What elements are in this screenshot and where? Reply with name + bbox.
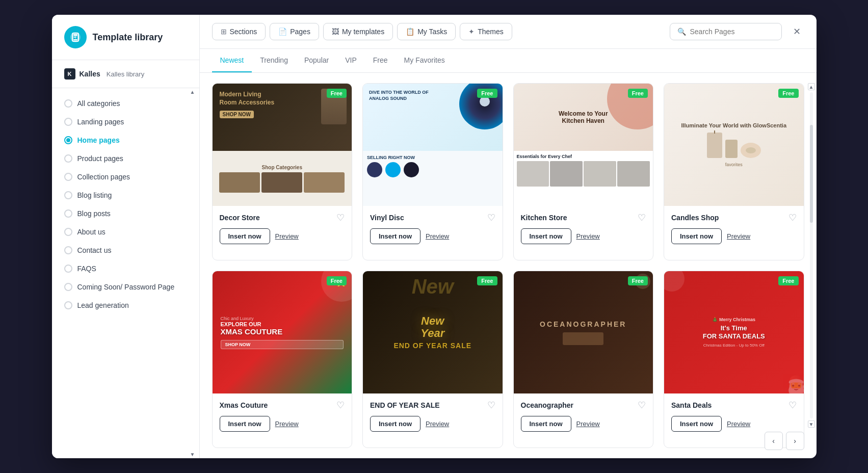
category-label-collection: Collection pages [77, 173, 130, 181]
card-preview-xmas-couture: Chic and Luxury EXPLORE OUR XMAS COUTURE… [213, 271, 352, 393]
preview-btn-vinyl-disc[interactable]: Preview [426, 232, 449, 240]
favorite-btn-santa-deals[interactable]: ♡ [788, 400, 797, 411]
category-label-landing: Landing pages [77, 118, 124, 126]
free-badge-xmas-couture: Free [327, 276, 347, 285]
next-page-button[interactable]: › [786, 432, 804, 450]
prev-page-button[interactable]: ‹ [765, 432, 783, 450]
card-info-kitchen-store: Kitchen Store ♡ Insert now Preview [514, 206, 653, 260]
preview-btn-santa-deals[interactable]: Preview [727, 420, 750, 428]
search-icon: 🔍 [677, 28, 686, 36]
preview-btn-candles-shop[interactable]: Preview [727, 232, 750, 240]
card-preview-candles-shop: Illuminate Your World with GlowScentia f… [664, 84, 804, 206]
library-header: K Kalles Kalles library [52, 60, 199, 88]
free-badge-vinyl-disc: Free [477, 89, 497, 98]
favorite-btn-xmas-couture[interactable]: ♡ [336, 400, 345, 411]
card-title-end-of-year-sale: END OF YEAR SALE [370, 401, 440, 409]
scroll-thumb [810, 125, 813, 223]
card-preview-end-of-year-sale: New NewYear END OF YEAR SALE Free [363, 271, 503, 393]
nav-label-themes: Themes [478, 28, 504, 36]
tab-trending[interactable]: Trending [252, 49, 296, 72]
favorite-btn-decor-store[interactable]: ♡ [336, 212, 345, 223]
header: ⊞Sections📄Pages🖼My templates📋My Tasks✦Th… [200, 15, 817, 49]
scroll-up-indicator: ▲ [190, 89, 195, 95]
sidebar-item-blog-posts[interactable]: Blog posts [52, 204, 199, 223]
modal-container: Template library K Kalles Kalles library… [52, 15, 817, 458]
radio-dot-about [64, 228, 72, 236]
search-input[interactable] [690, 28, 772, 36]
category-list: ▲ All categories Landing pages Home page… [52, 88, 199, 458]
free-badge-candles-shop: Free [778, 89, 798, 98]
insert-btn-xmas-couture[interactable]: Insert now [220, 416, 270, 432]
tab-popular[interactable]: Popular [296, 49, 337, 72]
card-preview-kitchen-store: Welcome to YourKitchen Haven Essentials … [514, 84, 653, 206]
card-preview-santa-deals: 🎄 Merry Christmas It's TimeFOR SANTA DEA… [664, 271, 804, 393]
app-title: Template library [93, 32, 163, 43]
card-preview-vinyl-disc: DIVE INTO THE WORLD OF ANALOG SOUND SELL… [363, 84, 503, 206]
sidebar-item-contact[interactable]: Contact us [52, 241, 199, 259]
sidebar-item-lead[interactable]: Lead generation [52, 296, 199, 314]
favorite-btn-oceanographer[interactable]: ♡ [638, 400, 646, 411]
sidebar-item-collection[interactable]: Collection pages [52, 168, 199, 186]
preview-btn-kitchen-store[interactable]: Preview [576, 232, 600, 240]
nav-btn-my-tasks[interactable]: 📋My Tasks [397, 23, 456, 40]
insert-btn-oceanographer[interactable]: Insert now [521, 416, 571, 432]
free-badge-end-of-year-sale: Free [477, 276, 497, 285]
nav-btn-themes[interactable]: ✦Themes [460, 23, 512, 40]
card-info-vinyl-disc: Vinyl Disc ♡ Insert now Preview [363, 206, 503, 260]
sidebar-item-home[interactable]: Home pages [52, 131, 199, 149]
tab-my-favorites[interactable]: My Favorites [396, 49, 453, 72]
insert-btn-candles-shop[interactable]: Insert now [671, 228, 722, 244]
close-button[interactable]: ✕ [790, 24, 804, 39]
preview-btn-end-of-year-sale[interactable]: Preview [426, 420, 449, 428]
preview-btn-decor-store[interactable]: Preview [275, 232, 299, 240]
nav-btn-my-templates[interactable]: 🖼My templates [323, 23, 393, 40]
insert-btn-santa-deals[interactable]: Insert now [671, 416, 722, 432]
tab-vip[interactable]: VIP [337, 49, 365, 72]
category-label-about: About us [77, 228, 106, 236]
insert-btn-end-of-year-sale[interactable]: Insert now [370, 416, 420, 432]
nav-btn-sections[interactable]: ⊞Sections [212, 23, 266, 40]
category-label-coming-soon: Coming Soon/ Password Page [77, 283, 175, 291]
sidebar-item-faqs[interactable]: FAQS [52, 259, 199, 278]
insert-btn-kitchen-store[interactable]: Insert now [521, 228, 571, 244]
template-card-end-of-year-sale: New NewYear END OF YEAR SALE Free END OF… [362, 271, 503, 448]
template-card-santa-deals: 🎄 Merry Christmas It's TimeFOR SANTA DEA… [664, 271, 804, 448]
nav-icon-sections: ⊞ [221, 28, 227, 36]
sidebar-item-coming-soon[interactable]: Coming Soon/ Password Page [52, 278, 199, 296]
card-info-xmas-couture: Xmas Couture ♡ Insert now Preview [213, 393, 352, 448]
tab-newest[interactable]: Newest [212, 49, 252, 72]
insert-btn-decor-store[interactable]: Insert now [220, 228, 270, 244]
favorite-btn-kitchen-store[interactable]: ♡ [638, 212, 646, 223]
preview-btn-xmas-couture[interactable]: Preview [275, 420, 299, 428]
favorite-btn-vinyl-disc[interactable]: ♡ [487, 212, 495, 223]
sidebar-item-blog-listing[interactable]: Blog listing [52, 186, 199, 204]
card-title-oceanographer: Oceanographer [521, 401, 573, 409]
sidebar-item-about[interactable]: About us [52, 223, 199, 241]
sidebar-item-product[interactable]: Product pages [52, 149, 199, 168]
insert-btn-vinyl-disc[interactable]: Insert now [370, 228, 420, 244]
favorite-btn-end-of-year-sale[interactable]: ♡ [487, 400, 495, 411]
nav-icon-pages: 📄 [278, 28, 287, 36]
logo-icon [64, 26, 87, 48]
nav-label-pages: Pages [290, 28, 310, 36]
scroll-up-btn[interactable]: ▲ [808, 83, 815, 90]
card-title-kitchen-store: Kitchen Store [521, 214, 567, 222]
main-content: ⊞Sections📄Pages🖼My templates📋My Tasks✦Th… [200, 15, 817, 458]
search-box[interactable]: 🔍 [670, 23, 782, 40]
category-label-blog-listing: Blog listing [77, 191, 112, 199]
nav-btn-pages[interactable]: 📄Pages [270, 23, 319, 40]
card-actions-decor-store: Insert now Preview [220, 228, 345, 244]
scroll-down-btn[interactable]: ▼ [808, 421, 815, 428]
card-actions-kitchen-store: Insert now Preview [521, 228, 646, 244]
free-badge-decor-store: Free [327, 89, 347, 98]
category-label-lead: Lead generation [77, 301, 129, 309]
preview-btn-oceanographer[interactable]: Preview [576, 420, 600, 428]
template-card-kitchen-store: Welcome to YourKitchen Haven Essentials … [513, 83, 654, 260]
favorite-btn-candles-shop[interactable]: ♡ [788, 212, 797, 223]
sidebar-item-landing[interactable]: Landing pages [52, 113, 199, 131]
card-preview-decor-store: Modern LivingRoom Accessories SHOP NOW S… [213, 84, 352, 206]
card-title-candles-shop: Candles Shop [671, 214, 719, 222]
tab-free[interactable]: Free [365, 49, 396, 72]
sidebar-item-all[interactable]: All categories [52, 94, 199, 113]
sidebar-logo: Template library [52, 15, 199, 60]
